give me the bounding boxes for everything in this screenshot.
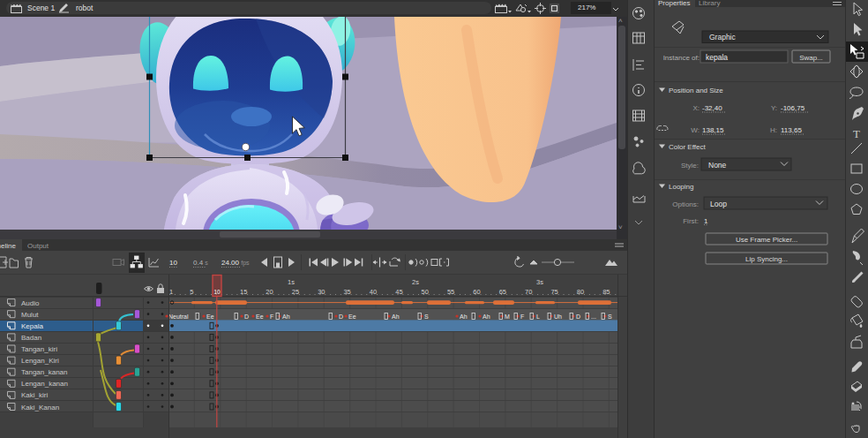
svg-text:L: L bbox=[536, 313, 540, 320]
svg-text:D: D bbox=[244, 313, 249, 320]
svg-text:X:: X: bbox=[692, 104, 700, 112]
svg-text:First:: First: bbox=[683, 217, 699, 225]
svg-text:F: F bbox=[520, 313, 524, 320]
svg-text:85: 85 bbox=[602, 288, 610, 296]
svg-text:F: F bbox=[270, 313, 273, 320]
svg-text:60: 60 bbox=[473, 288, 480, 296]
svg-text:24.00 fps: 24.00 fps bbox=[221, 259, 250, 267]
svg-text:30: 30 bbox=[318, 288, 325, 296]
svg-text:Swap...: Swap... bbox=[799, 54, 823, 62]
svg-text:Lengan_kanan: Lengan_kanan bbox=[21, 380, 68, 388]
svg-text:T: T bbox=[853, 127, 860, 140]
svg-text:D: D bbox=[339, 313, 343, 320]
svg-text:113,65: 113,65 bbox=[781, 126, 802, 134]
svg-text:25: 25 bbox=[292, 288, 299, 296]
svg-text:50: 50 bbox=[422, 288, 429, 296]
svg-text:1s: 1s bbox=[288, 278, 295, 286]
svg-text:Mulut: Mulut bbox=[21, 311, 39, 319]
svg-text:-32,40: -32,40 bbox=[702, 104, 722, 112]
svg-text:Tangan_kiri: Tangan_kiri bbox=[21, 345, 57, 353]
svg-text:70: 70 bbox=[525, 288, 532, 296]
svg-text:Lip Syncing...: Lip Syncing... bbox=[745, 255, 788, 263]
svg-text:65: 65 bbox=[499, 288, 506, 296]
svg-text:Y:: Y: bbox=[771, 104, 777, 112]
svg-text:Use Frame Picker...: Use Frame Picker... bbox=[736, 236, 797, 244]
svg-text:W:: W: bbox=[691, 126, 700, 134]
svg-text:Uh: Uh bbox=[554, 313, 562, 320]
svg-text:Ee: Ee bbox=[206, 313, 214, 320]
svg-text:Ah: Ah bbox=[282, 313, 290, 320]
svg-text:55: 55 bbox=[447, 288, 454, 296]
svg-text:Color Effect: Color Effect bbox=[669, 143, 706, 151]
svg-text:Ah: Ah bbox=[460, 313, 468, 320]
svg-text:Graphic: Graphic bbox=[709, 33, 737, 42]
svg-text:0.4 s: 0.4 s bbox=[193, 259, 208, 267]
svg-text:kepala: kepala bbox=[706, 53, 728, 62]
svg-text:Timeline: Timeline bbox=[0, 242, 16, 250]
svg-text:2s: 2s bbox=[412, 278, 419, 286]
svg-text:20: 20 bbox=[266, 288, 273, 296]
svg-text:Kaki_Kanan: Kaki_Kanan bbox=[21, 404, 59, 412]
svg-text:10: 10 bbox=[213, 289, 221, 295]
svg-text:Neutral: Neutral bbox=[168, 313, 189, 320]
svg-text:1: 1 bbox=[704, 217, 708, 225]
svg-text:75: 75 bbox=[550, 288, 557, 296]
svg-text:Options:: Options: bbox=[672, 200, 699, 208]
svg-text:Kepala: Kepala bbox=[21, 322, 43, 330]
svg-text:None: None bbox=[708, 161, 727, 170]
svg-text:D: D bbox=[576, 313, 580, 320]
svg-text:3s: 3s bbox=[536, 278, 543, 286]
svg-text:Ee: Ee bbox=[348, 313, 356, 320]
svg-text:45: 45 bbox=[395, 288, 402, 296]
svg-text:Audio: Audio bbox=[21, 299, 40, 307]
svg-text:Ah: Ah bbox=[392, 313, 400, 320]
svg-text:Style:: Style: bbox=[681, 162, 699, 170]
svg-text:10: 10 bbox=[169, 259, 177, 267]
svg-text:Tangan_kanan: Tangan_kanan bbox=[21, 368, 68, 376]
svg-text:Lengan_Kiri: Lengan_Kiri bbox=[21, 357, 59, 365]
svg-text:15: 15 bbox=[240, 288, 247, 296]
svg-text:80: 80 bbox=[577, 288, 584, 296]
svg-text:Looping: Looping bbox=[669, 183, 693, 191]
svg-text:Position and Size: Position and Size bbox=[669, 87, 723, 94]
svg-text:-106,75: -106,75 bbox=[781, 104, 805, 112]
svg-text:S: S bbox=[424, 313, 429, 320]
svg-text:Library: Library bbox=[699, 0, 720, 7]
svg-text:...: ... bbox=[591, 313, 596, 320]
svg-text:M: M bbox=[505, 313, 510, 320]
svg-text:Ee: Ee bbox=[256, 313, 264, 320]
svg-text:Instance of:: Instance of: bbox=[663, 54, 700, 62]
svg-text:40: 40 bbox=[370, 288, 377, 296]
svg-text:S: S bbox=[608, 313, 612, 320]
svg-text:Ah: Ah bbox=[483, 313, 490, 320]
svg-text:Badan: Badan bbox=[21, 334, 41, 342]
svg-text:Output: Output bbox=[27, 242, 49, 250]
svg-text:H:: H: bbox=[770, 126, 777, 134]
svg-text:Loop: Loop bbox=[710, 200, 727, 208]
svg-text:Properties: Properties bbox=[658, 0, 690, 7]
svg-text:Kaki_kiri: Kaki_kiri bbox=[21, 391, 48, 399]
svg-text:138,15: 138,15 bbox=[702, 126, 724, 134]
svg-text:35: 35 bbox=[343, 288, 350, 296]
